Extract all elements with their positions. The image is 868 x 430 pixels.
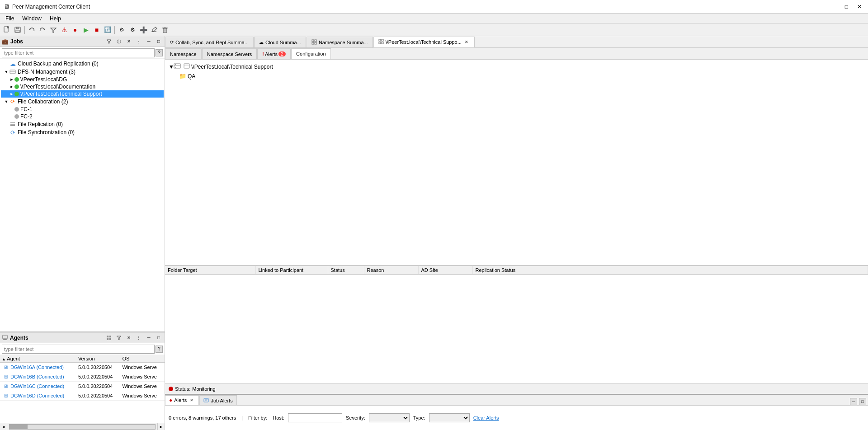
- agents-maximize-btn[interactable]: □: [155, 334, 163, 342]
- main-tabs: ⟳ Collab, Sync, and Repl Summa... ☁ Clou…: [165, 36, 868, 48]
- alerts-tab-close[interactable]: ✕: [189, 397, 195, 403]
- alerts-tab-alerts[interactable]: ● Alerts ✕: [165, 395, 199, 405]
- clear-alerts-btn[interactable]: Clear Alerts: [473, 415, 499, 421]
- tree-item-replication[interactable]: File Replication (0): [1, 120, 164, 128]
- ns-root-item[interactable]: ▼ \\PeerTest.local\Technical Support: [167, 61, 866, 72]
- agents-col-os[interactable]: OS: [120, 355, 165, 363]
- agents-menu-btn[interactable]: ⋮: [135, 334, 143, 342]
- toolbar-btn-2[interactable]: [13, 25, 23, 35]
- expand-dg[interactable]: ►: [9, 77, 14, 82]
- alerts-type-select[interactable]: [429, 413, 470, 422]
- jobs-filter-btn[interactable]: [105, 37, 113, 46]
- tree-item-dfsn[interactable]: ▼ DFS-N Management (3): [1, 68, 164, 76]
- col-folder-target[interactable]: Folder Target: [165, 266, 255, 275]
- agent-row-3[interactable]: 🖥DGWin16C (Connected) 5.0.0.20220504 Win…: [0, 382, 165, 391]
- tree-item-fc1[interactable]: FC-1: [1, 106, 164, 113]
- sub-tab-namespace[interactable]: Namespace: [165, 48, 202, 59]
- close-button[interactable]: ✕: [854, 3, 864, 11]
- col-reason[interactable]: Reason: [364, 266, 418, 275]
- agents-minimize-btn[interactable]: ─: [145, 334, 153, 342]
- jobs-maximize-btn[interactable]: □: [155, 37, 163, 46]
- menu-help[interactable]: Help: [46, 14, 65, 23]
- toolbar-sep-2: [114, 26, 115, 34]
- toolbar-btn-warning[interactable]: ⚠: [59, 25, 69, 35]
- jobs-clear-btn[interactable]: ✕: [125, 37, 133, 46]
- agents-icon-btn[interactable]: [105, 334, 113, 342]
- scroll-right-btn[interactable]: ►: [157, 423, 165, 430]
- tab-label-ns-summa: Namespace Summa...: [319, 40, 368, 45]
- jobs-filter-input[interactable]: [2, 48, 155, 57]
- minimize-button[interactable]: ─: [829, 3, 839, 11]
- tree-item-fc2[interactable]: FC-2: [1, 113, 164, 120]
- agents-filter-input[interactable]: [2, 345, 155, 354]
- agents-header: Agents ✕ ⋮ ─ □: [0, 332, 165, 343]
- sub-tab-alerts[interactable]: ! Alerts 2: [257, 48, 291, 59]
- menu-file[interactable]: File: [2, 14, 18, 23]
- toolbar-btn-3[interactable]: [27, 25, 37, 35]
- toolbar-btn-4[interactable]: [38, 25, 47, 35]
- tab-collab-sync[interactable]: ⟳ Collab, Sync, and Repl Summa...: [165, 37, 254, 47]
- toolbar-btn-refresh[interactable]: 🔃: [103, 25, 113, 35]
- alerts-type-label: Type:: [413, 415, 425, 421]
- agents-col-version[interactable]: Version: [76, 355, 121, 363]
- svg-point-41: [175, 67, 176, 68]
- toolbar-btn-filter[interactable]: [48, 25, 58, 35]
- agents-col-agent[interactable]: ▲ Agent: [0, 355, 76, 363]
- sub-tab-configuration[interactable]: Configuration: [291, 48, 330, 59]
- left-panel: 💼 Jobs ✕ ⋮ ─ □ ?: [0, 36, 165, 430]
- tree-item-doc[interactable]: ► \\PeerTest.local\Documentation: [1, 83, 164, 90]
- toolbar-btn-play[interactable]: ▶: [81, 25, 91, 35]
- scroll-left-btn[interactable]: ◄: [0, 423, 7, 430]
- toolbar-btn-stop[interactable]: ■: [92, 25, 102, 35]
- svg-rect-32: [312, 42, 314, 44]
- expand-dfsn[interactable]: ▼: [4, 70, 9, 74]
- jobs-minimize-btn[interactable]: ─: [145, 37, 153, 46]
- tree-item-cloud-backup[interactable]: ☁ Cloud Backup and Replication (0): [1, 60, 164, 68]
- agent-row-4[interactable]: 🖥DGWin16D (Connected) 5.0.0.20220504 Win…: [0, 391, 165, 401]
- col-linked[interactable]: Linked to Participant: [255, 266, 328, 275]
- col-replication-status[interactable]: Replication Status: [472, 266, 868, 275]
- jobs-filter-help[interactable]: ?: [156, 49, 163, 56]
- tab-techsupport[interactable]: \\PeerTest.local\Technical Suppo... ✕: [373, 37, 475, 47]
- tab-cloud[interactable]: ☁ Cloud Summa...: [254, 37, 306, 47]
- alerts-resize-min[interactable]: ─: [850, 398, 857, 405]
- alerts-host-input[interactable]: [288, 413, 342, 422]
- agents-filter-help[interactable]: ?: [156, 346, 163, 353]
- alerts-severity-label: Severity:: [346, 415, 365, 421]
- menu-window[interactable]: Window: [19, 14, 45, 23]
- toolbar-btn-edit[interactable]: [149, 25, 159, 35]
- alerts-severity-select[interactable]: [369, 413, 410, 422]
- toolbar-btn-1[interactable]: [2, 25, 12, 35]
- agent-row-2[interactable]: 🖥DGWin16B (Connected) 5.0.0.20220504 Win…: [0, 372, 165, 382]
- tab-namespace-summa[interactable]: Namespace Summa...: [307, 37, 373, 47]
- toolbar-btn-settings2[interactable]: ⚙: [127, 25, 137, 35]
- tab-close-techsupport[interactable]: ✕: [463, 39, 470, 45]
- toolbar-btn-run[interactable]: ●: [70, 25, 80, 35]
- tree-item-dg[interactable]: ► \\PeerTest.local\DG: [1, 76, 164, 83]
- jobs-filter2-btn[interactable]: [115, 37, 123, 46]
- agent-row-1[interactable]: 🖥DGWin16A (Connected) 5.0.0.20220504 Win…: [0, 363, 165, 372]
- tree-item-collab[interactable]: ▼ ⟳ File Collaboration (2): [1, 98, 164, 106]
- maximize-button[interactable]: □: [842, 3, 851, 11]
- jobs-menu-btn[interactable]: ⋮: [135, 37, 143, 46]
- col-status[interactable]: Status: [328, 266, 364, 275]
- tree-item-sync[interactable]: ⟳ File Synchronization (0): [1, 128, 164, 136]
- ns-qa-item[interactable]: 📁 QA: [167, 72, 866, 80]
- agents-clear-btn[interactable]: ✕: [125, 334, 133, 342]
- tree-item-techsupport[interactable]: ► \\PeerTest.local\Technical Support: [1, 90, 164, 98]
- job-alerts-tab[interactable]: Job Alerts: [199, 395, 236, 405]
- col-ad-site[interactable]: AD Site: [418, 266, 472, 275]
- scroll-thumb[interactable]: [9, 425, 28, 429]
- toolbar-btn-add[interactable]: ➕: [138, 25, 148, 35]
- toolbar-btn-settings[interactable]: ⚙: [117, 25, 127, 35]
- alerts-resize-max[interactable]: □: [859, 398, 866, 405]
- expand-collab[interactable]: ▼: [4, 99, 9, 104]
- scroll-track[interactable]: [9, 424, 156, 430]
- agent-name-2: DGWin16B (Connected): [10, 374, 64, 379]
- agents-filter-btn[interactable]: [115, 334, 123, 342]
- sub-tab-ns-servers[interactable]: Namespace Servers: [202, 48, 257, 59]
- agents-table-body: 🖥DGWin16A (Connected) 5.0.0.20220504 Win…: [0, 363, 165, 401]
- expand-doc[interactable]: ►: [9, 84, 14, 89]
- expand-techsupport[interactable]: ►: [9, 92, 14, 96]
- toolbar-btn-delete[interactable]: [160, 25, 170, 35]
